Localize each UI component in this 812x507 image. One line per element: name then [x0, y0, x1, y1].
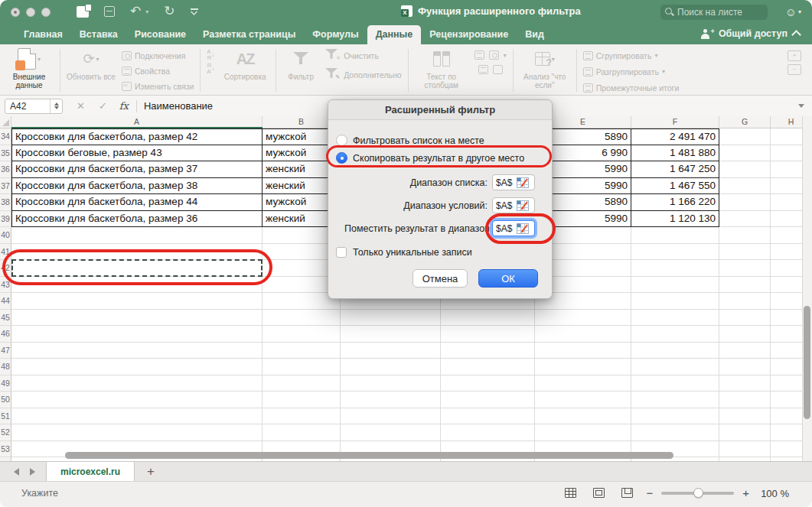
cell-C52[interactable]: [341, 424, 441, 441]
properties-button[interactable]: Свойства: [122, 64, 194, 77]
cell-G51[interactable]: [719, 408, 771, 425]
cell-C51[interactable]: [341, 408, 441, 425]
cell-F45[interactable]: [631, 310, 719, 327]
cell-G37[interactable]: [719, 178, 771, 195]
cell-G46[interactable]: [719, 326, 771, 343]
row-header-38[interactable]: 38: [0, 194, 11, 211]
sheet-tab-active[interactable]: microexcel.ru: [46, 462, 135, 482]
cell-A37[interactable]: Кроссовки для баскетбола, размер 38: [11, 178, 263, 195]
unique-records-checkbox[interactable]: Только уникальные записи: [336, 247, 472, 258]
add-sheet-button[interactable]: +: [135, 462, 167, 482]
cell-G50[interactable]: [719, 392, 771, 408]
sort-asc-button[interactable]: АЯ↓: [207, 49, 214, 61]
formula-bar-expand-icon[interactable]: [798, 104, 804, 108]
cell-D46[interactable]: [441, 326, 535, 343]
feedback-button[interactable]: ☺ ▾: [785, 5, 801, 18]
cell-F44[interactable]: [631, 293, 719, 310]
cell-A50[interactable]: [11, 392, 263, 408]
row-header-53[interactable]: 53: [0, 441, 11, 458]
toolbar-more-icon[interactable]: [191, 8, 198, 15]
cell-E45[interactable]: [535, 310, 631, 327]
group-button[interactable]: Сгруппировать▾: [583, 49, 680, 62]
hide-detail-icon[interactable]: −: [788, 64, 801, 75]
cell-A48[interactable]: [11, 359, 263, 375]
cell-D52[interactable]: [441, 424, 535, 441]
tab-formulas[interactable]: Формулы: [304, 25, 367, 44]
cell-E47[interactable]: [535, 343, 631, 359]
tab-data[interactable]: Данные: [367, 25, 422, 44]
range-selector-icon[interactable]: [517, 200, 529, 211]
text-to-columns-button[interactable]: Текст по столбцам: [415, 47, 468, 89]
row-header-45[interactable]: 45: [0, 310, 11, 327]
show-detail-icon[interactable]: +: [788, 50, 801, 61]
row-header-50[interactable]: 50: [0, 392, 11, 408]
cell-G43[interactable]: [719, 277, 771, 294]
cell-F47[interactable]: [631, 343, 719, 359]
cell-A36[interactable]: Кроссовки для баскетбола, размер 37: [11, 161, 263, 178]
column-header-G[interactable]: G: [719, 116, 771, 128]
cell-E50[interactable]: [535, 392, 631, 408]
tab-page-layout[interactable]: Разметка страницы: [194, 25, 304, 44]
undo-icon[interactable]: ↶: [130, 4, 141, 19]
zoom-button[interactable]: [41, 8, 51, 17]
collapse-ribbon-icon[interactable]: [791, 30, 801, 40]
data-validation-icon[interactable]: [489, 50, 499, 60]
consolidate-icon[interactable]: [478, 65, 488, 74]
formula-value[interactable]: Наименование: [144, 100, 213, 112]
cell-E48[interactable]: [535, 359, 631, 375]
sort-button[interactable]: АZ Сортировка: [220, 47, 269, 81]
row-header-51[interactable]: 51: [0, 408, 11, 425]
cell-F40[interactable]: [631, 227, 719, 244]
cell-E46[interactable]: [535, 326, 631, 343]
page-layout-view-icon[interactable]: [593, 488, 605, 498]
search-input[interactable]: Поиск на листе: [660, 5, 768, 20]
next-sheet-icon[interactable]: [30, 468, 35, 476]
cell-C47[interactable]: [341, 343, 441, 359]
cell-A38[interactable]: Кроссовки для баскетбола, размер 44: [11, 194, 263, 211]
row-header-37[interactable]: 37: [0, 178, 11, 195]
refresh-all-button[interactable]: ⟳▾ Обновить все: [67, 47, 116, 81]
cell-A39[interactable]: Кроссовки для баскетбола, размер 36: [11, 211, 263, 228]
tab-insert[interactable]: Вставка: [71, 25, 126, 44]
cell-C48[interactable]: [341, 359, 441, 375]
cell-B49[interactable]: [263, 375, 341, 392]
list-range-input[interactable]: $A$: [492, 174, 535, 190]
tab-view[interactable]: Вид: [517, 25, 553, 44]
cell-F49[interactable]: [631, 375, 719, 392]
sort-desc-button[interactable]: ЯА↓: [207, 63, 214, 75]
cell-G49[interactable]: [719, 375, 771, 392]
share-button[interactable]: + Общий доступ: [700, 28, 800, 39]
cell-B51[interactable]: [263, 408, 341, 425]
cell-F41[interactable]: [631, 244, 719, 261]
tab-draw[interactable]: Рисование: [126, 25, 194, 44]
sidebar-icon[interactable]: [77, 6, 89, 18]
cell-B46[interactable]: [263, 326, 341, 343]
cell-B45[interactable]: [263, 310, 341, 327]
cell-F39[interactable]: 1 120 130: [631, 211, 719, 228]
subtotal-button[interactable]: Промежуточные итоги: [583, 81, 680, 94]
cell-D49[interactable]: [441, 375, 535, 392]
cell-D48[interactable]: [441, 359, 535, 375]
row-header-34[interactable]: 34: [0, 128, 11, 145]
filter-button[interactable]: Фильтр: [282, 47, 319, 81]
tab-review[interactable]: Рецензирование: [421, 25, 517, 44]
cell-G42[interactable]: [719, 260, 771, 277]
edit-links-button[interactable]: Изменить связи: [122, 80, 194, 93]
insert-function-icon[interactable]: fx: [119, 100, 129, 112]
cell-A35[interactable]: Кроссовки беговые, размер 43: [11, 145, 263, 162]
cell-F35[interactable]: 1 481 880: [631, 145, 719, 162]
cell-C45[interactable]: [341, 310, 441, 327]
name-box[interactable]: A42: [5, 99, 63, 114]
row-header-44[interactable]: 44: [0, 293, 11, 310]
cell-G36[interactable]: [719, 161, 771, 178]
cell-G53[interactable]: [719, 441, 771, 458]
cell-F50[interactable]: [631, 392, 719, 408]
cancel-button[interactable]: Отмена: [413, 269, 468, 288]
cell-G52[interactable]: [719, 424, 771, 441]
cell-C50[interactable]: [341, 392, 441, 408]
cell-G45[interactable]: [719, 310, 771, 327]
connections-button[interactable]: Подключения: [122, 49, 194, 62]
cell-D51[interactable]: [441, 408, 535, 425]
row-header-49[interactable]: 49: [0, 375, 11, 392]
zoom-in-icon[interactable]: +: [742, 487, 749, 499]
